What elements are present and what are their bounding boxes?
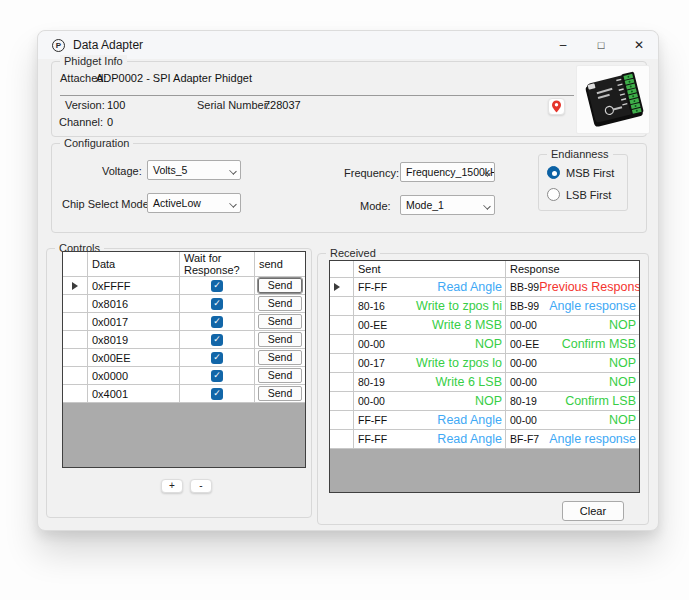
wait-checkbox[interactable] [180, 385, 255, 403]
current-row-arrow-icon [334, 283, 340, 291]
table-row: 00-00NOP 00-EEConfirm MSB [330, 335, 639, 354]
response-desc: Angle response [549, 299, 636, 313]
sent-desc: Write 6 LSB [436, 375, 502, 389]
response-cell[interactable]: BB-99Previous Response [506, 278, 639, 297]
mode-label: Mode: [360, 200, 391, 212]
chevron-down-icon [229, 167, 237, 175]
response-cell[interactable]: 80-19Confirm LSB [506, 392, 639, 411]
sent-hex: 00-00 [358, 338, 385, 350]
locate-button[interactable] [548, 98, 565, 115]
mode-dropdown[interactable]: Mode_1 [400, 195, 495, 215]
row-selector[interactable] [330, 373, 354, 392]
chevron-down-icon [229, 200, 237, 208]
checkbox-checked-icon [211, 370, 223, 382]
response-cell[interactable]: 00-EEConfirm MSB [506, 335, 639, 354]
row-selector[interactable] [63, 331, 88, 349]
row-selector[interactable] [330, 354, 354, 373]
row-selector[interactable] [63, 385, 88, 403]
data-cell[interactable]: 0x8016 [88, 295, 180, 313]
table-row: FF-FFRead Angle BB-99Previous Response [330, 278, 639, 297]
data-cell[interactable]: 0x8019 [88, 331, 180, 349]
row-selector[interactable] [330, 297, 354, 316]
data-cell[interactable]: 0xFFFF [88, 277, 180, 295]
sent-cell[interactable]: 80-16Write to zpos hi [354, 297, 506, 316]
response-cell[interactable]: 00-00NOP [506, 354, 639, 373]
sent-cell[interactable]: FF-FFRead Angle [354, 430, 506, 449]
sent-cell[interactable]: FF-FFRead Angle [354, 278, 506, 297]
data-cell[interactable]: 0x0000 [88, 367, 180, 385]
send-button[interactable]: Send [258, 332, 302, 347]
response-cell[interactable]: 00-00NOP [506, 373, 639, 392]
window-title: Data Adapter [73, 38, 143, 52]
row-selector[interactable] [63, 367, 88, 385]
send-button[interactable]: Send [258, 350, 302, 365]
data-cell[interactable]: 0x4001 [88, 385, 180, 403]
version-label: Version: [65, 99, 105, 111]
sent-cell[interactable]: 80-19Write 6 LSB [354, 373, 506, 392]
voltage-dropdown[interactable]: Volts_5 [147, 160, 241, 180]
table-row: 0x4001 Send [63, 385, 305, 403]
header-send: send [255, 252, 305, 277]
row-selector[interactable] [330, 335, 354, 354]
checkbox-checked-icon [211, 280, 223, 292]
sent-cell[interactable]: 00-00NOP [354, 335, 506, 354]
sent-cell[interactable]: 00-17Write to zpos lo [354, 354, 506, 373]
send-button[interactable]: Send [258, 386, 302, 401]
chip-select-mode-dropdown[interactable]: ActiveLow [147, 193, 241, 213]
row-selector[interactable] [63, 313, 88, 331]
row-selector[interactable] [330, 411, 354, 430]
wait-checkbox[interactable] [180, 349, 255, 367]
version-value: 100 [107, 99, 125, 111]
send-button[interactable]: Send [258, 368, 302, 383]
sent-cell[interactable]: FF-FFRead Angle [354, 411, 506, 430]
sent-cell[interactable]: 00-EEWrite 8 MSB [354, 316, 506, 335]
table-row: 00-00NOP 80-19Confirm LSB [330, 392, 639, 411]
row-selector[interactable] [330, 430, 354, 449]
send-cell: Send [255, 385, 305, 403]
frequency-value: Frequency_1500kHz [406, 166, 495, 178]
maximize-button[interactable]: □ [582, 31, 620, 59]
title-bar[interactable]: Data Adapter – □ ✕ [38, 31, 658, 59]
radio-unselected-icon [547, 188, 560, 201]
received-table: Sent Response FF-FFRead Angle BB-99Previ… [329, 260, 640, 493]
response-hex: BB-99 [510, 300, 539, 312]
data-cell[interactable]: 0x0017 [88, 313, 180, 331]
row-selector[interactable] [330, 392, 354, 411]
device-image [576, 65, 650, 134]
wait-checkbox[interactable] [180, 295, 255, 313]
minimize-button[interactable]: – [544, 31, 582, 59]
row-selector[interactable] [63, 277, 88, 295]
endianness-group: Endianness MSB First LSB First [538, 154, 628, 211]
frequency-dropdown[interactable]: Frequency_1500kHz [400, 162, 495, 182]
row-selector[interactable] [330, 278, 354, 297]
remove-row-button[interactable]: - [190, 479, 212, 493]
wait-checkbox[interactable] [180, 331, 255, 349]
sent-hex: 00-EE [358, 319, 387, 331]
row-selector[interactable] [63, 349, 88, 367]
row-selector[interactable] [63, 295, 88, 313]
send-button[interactable]: Send [258, 314, 302, 329]
send-button[interactable]: Send [258, 278, 302, 293]
wait-checkbox[interactable] [180, 367, 255, 385]
close-button[interactable]: ✕ [620, 31, 658, 59]
header-selector [63, 252, 88, 277]
sent-hex: FF-FF [358, 414, 387, 426]
lsb-first-radio[interactable]: LSB First [547, 188, 611, 201]
response-cell[interactable]: 00-00NOP [506, 316, 639, 335]
configuration-group: Configuration Voltage: Volts_5 Chip Sele… [51, 143, 647, 233]
sent-cell[interactable]: 00-00NOP [354, 392, 506, 411]
wait-checkbox[interactable] [180, 277, 255, 295]
msb-first-radio[interactable]: MSB First [547, 166, 614, 179]
response-cell[interactable]: BF-F7Angle response [506, 430, 639, 449]
table-row: 0x8019 Send [63, 331, 305, 349]
response-cell[interactable]: BB-99Angle response [506, 297, 639, 316]
wait-checkbox[interactable] [180, 313, 255, 331]
response-cell[interactable]: 00-00NOP [506, 411, 639, 430]
row-selector[interactable] [330, 316, 354, 335]
add-row-button[interactable]: + [161, 479, 183, 493]
sent-desc: Write 8 MSB [432, 318, 502, 332]
data-cell[interactable]: 0x00EE [88, 349, 180, 367]
clear-button[interactable]: Clear [562, 501, 624, 521]
send-button[interactable]: Send [258, 296, 302, 311]
checkbox-checked-icon [211, 352, 223, 364]
